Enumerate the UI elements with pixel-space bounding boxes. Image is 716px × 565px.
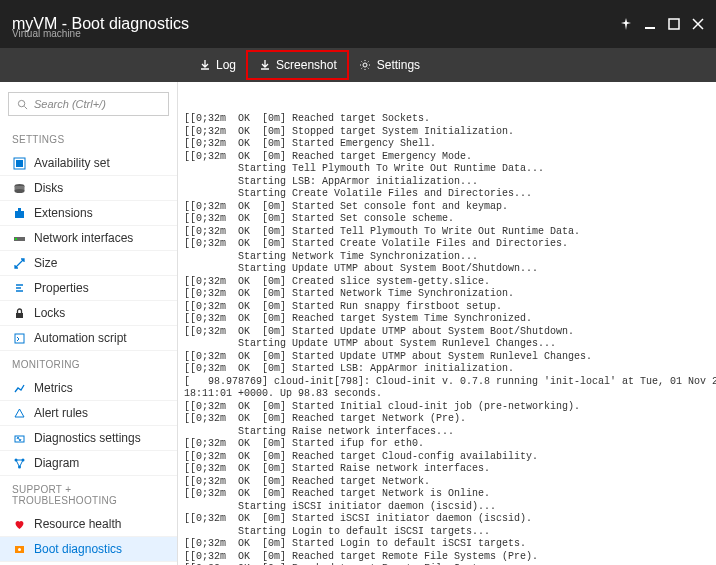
- console-line: 18:11:01 +0000. Up 98.83 seconds.: [184, 388, 710, 401]
- minimize-icon[interactable]: [644, 18, 656, 30]
- availability-icon: [12, 156, 26, 170]
- sidebar-item-diagram[interactable]: Diagram: [0, 451, 177, 476]
- sidebar-item-label: Size: [34, 256, 57, 270]
- sidebar-item-label: Network interfaces: [34, 231, 133, 245]
- sidebar-item-label: Alert rules: [34, 406, 88, 420]
- svg-line-6: [24, 106, 27, 109]
- gear-icon: [359, 59, 372, 72]
- svg-point-23: [18, 548, 21, 551]
- console-line: [[0;32m OK [0m] Reached target Emergency…: [184, 151, 710, 164]
- svg-rect-17: [15, 334, 24, 343]
- sidebar-item-label: Diagram: [34, 456, 79, 470]
- sidebar-item-size[interactable]: Size: [0, 251, 177, 276]
- sidebar-item-label: Properties: [34, 281, 89, 295]
- page-subtitle: Virtual machine: [12, 28, 81, 39]
- maximize-icon[interactable]: [668, 18, 680, 30]
- svg-rect-1: [669, 19, 679, 29]
- section-monitoring: MONITORING: [0, 351, 177, 376]
- console-output: [[0;32m OK [0m] Reached target Sockets.[…: [178, 82, 716, 565]
- console-line: [[0;32m OK [0m] Started Create Volatile …: [184, 238, 710, 251]
- sidebar-item-availability[interactable]: Availability set: [0, 151, 177, 176]
- sidebar-item-label: Diagnostics settings: [34, 431, 141, 445]
- sidebar-item-label: Availability set: [34, 156, 110, 170]
- metrics-icon: [12, 381, 26, 395]
- console-line: [[0;32m OK [0m] Started ifup for eth0.: [184, 438, 710, 451]
- console-line: [[0;32m OK [0m] Reached target Sockets.: [184, 113, 710, 126]
- console-line: [[0;32m OK [0m] Started Set console font…: [184, 201, 710, 214]
- console-line: [ 98.978769] cloud-init[798]: Cloud-init…: [184, 376, 710, 389]
- console-line: [[0;32m OK [0m] Reached target Network i…: [184, 488, 710, 501]
- console-line: [[0;32m OK [0m] Reached target System Ti…: [184, 313, 710, 326]
- sidebar-item-label: Boot diagnostics: [34, 542, 122, 556]
- console-line: Starting iSCSI initiator daemon (iscsid)…: [184, 501, 710, 514]
- console-line: Starting Login to default iSCSI targets.…: [184, 526, 710, 539]
- svg-rect-13: [18, 208, 21, 212]
- sidebar-item-label: Automation script: [34, 331, 127, 345]
- console-line: [[0;32m OK [0m] Started Run snappy first…: [184, 301, 710, 314]
- console-line: [[0;32m OK [0m] Started Update UTMP abou…: [184, 351, 710, 364]
- sidebar-item-diag[interactable]: Diagnostics settings: [0, 426, 177, 451]
- svg-rect-8: [16, 160, 23, 167]
- svg-point-4: [363, 63, 367, 67]
- sidebar-item-label: Locks: [34, 306, 65, 320]
- console-line: Starting Create Volatile Files and Direc…: [184, 188, 710, 201]
- sidebar-item-boot-diag[interactable]: Boot diagnostics: [0, 537, 177, 562]
- settings-label: Settings: [377, 58, 420, 72]
- sidebar-item-disks[interactable]: Disks: [0, 176, 177, 201]
- console-line: [[0;32m OK [0m] Created slice system-get…: [184, 276, 710, 289]
- heart-icon: [12, 517, 26, 531]
- svg-point-15: [15, 238, 17, 240]
- screenshot-label: Screenshot: [276, 58, 337, 72]
- download-icon: [258, 59, 271, 72]
- svg-rect-0: [645, 27, 655, 29]
- section-settings: SETTINGS: [0, 126, 177, 151]
- sidebar-item-properties[interactable]: Properties: [0, 276, 177, 301]
- download-icon: [198, 59, 211, 72]
- console-line: [[0;32m OK [0m] Reached target Network (…: [184, 413, 710, 426]
- console-line: Starting LSB: AppArmor initialization...: [184, 176, 710, 189]
- blade-header: myVM - Boot diagnostics Virtual machine: [0, 0, 716, 48]
- sidebar-item-label: Extensions: [34, 206, 93, 220]
- network-icon: [12, 231, 26, 245]
- svg-rect-12: [15, 211, 24, 218]
- console-line: [[0;32m OK [0m] Started Emergency Shell.: [184, 138, 710, 151]
- console-line: [[0;32m OK [0m] Started Network Time Syn…: [184, 288, 710, 301]
- alert-icon: [12, 406, 26, 420]
- console-line: Starting Tell Plymouth To Write Out Runt…: [184, 163, 710, 176]
- search-placeholder: Search (Ctrl+/): [34, 98, 106, 110]
- window-controls: [620, 18, 704, 30]
- console-line: [[0;32m OK [0m] Started Login to default…: [184, 538, 710, 551]
- log-button[interactable]: Log: [188, 52, 246, 78]
- search-icon: [15, 97, 29, 111]
- sidebar-item-extensions[interactable]: Extensions: [0, 201, 177, 226]
- properties-icon: [12, 281, 26, 295]
- script-icon: [12, 331, 26, 345]
- pin-icon[interactable]: [620, 18, 632, 30]
- console-line: [[0;32m OK [0m] Started Tell Plymouth To…: [184, 226, 710, 239]
- search-input[interactable]: Search (Ctrl+/): [8, 92, 169, 116]
- sidebar-item-network[interactable]: Network interfaces: [0, 226, 177, 251]
- sidebar-item-resource-health[interactable]: Resource health: [0, 512, 177, 537]
- sidebar-item-alerts[interactable]: Alert rules: [0, 401, 177, 426]
- close-icon[interactable]: [692, 18, 704, 30]
- sidebar-item-locks[interactable]: Locks: [0, 301, 177, 326]
- console-line: [[0;32m OK [0m] Started Update UTMP abou…: [184, 326, 710, 339]
- diagnostics-icon: [12, 431, 26, 445]
- log-label: Log: [216, 58, 236, 72]
- svg-rect-16: [16, 313, 23, 318]
- sidebar-item-metrics[interactable]: Metrics: [0, 376, 177, 401]
- console-line: [[0;32m OK [0m] Started Raise network in…: [184, 463, 710, 476]
- sidebar-item-automation[interactable]: Automation script: [0, 326, 177, 351]
- console-line: Starting Update UTMP about System Boot/S…: [184, 263, 710, 276]
- console-line: [[0;32m OK [0m] Started LSB: AppArmor in…: [184, 363, 710, 376]
- settings-button[interactable]: Settings: [349, 52, 430, 78]
- screenshot-button[interactable]: Screenshot: [246, 50, 349, 80]
- disks-icon: [12, 181, 26, 195]
- toolbar: Log Screenshot Settings: [0, 48, 716, 82]
- size-icon: [12, 256, 26, 270]
- console-line: [[0;32m OK [0m] Started Set console sche…: [184, 213, 710, 226]
- console-line: [[0;32m OK [0m] Stopped target System In…: [184, 126, 710, 139]
- diagram-icon: [12, 456, 26, 470]
- sidebar: Search (Ctrl+/) SETTINGS Availability se…: [0, 82, 178, 565]
- section-support: SUPPORT + TROUBLESHOOTING: [0, 476, 177, 512]
